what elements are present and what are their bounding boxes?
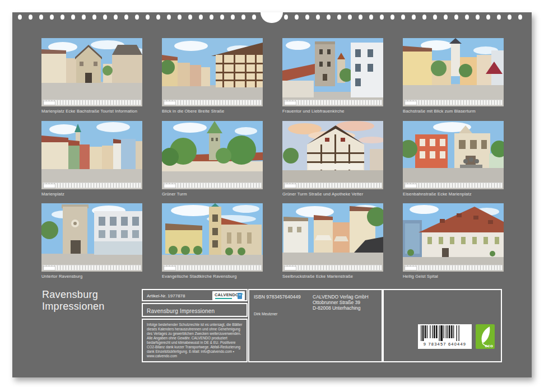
article-number: Artikel-Nr. 1977878 xyxy=(147,293,185,298)
photo-caption: Seelbruckstraße Ecke Marienstraße xyxy=(282,274,383,279)
photo-cell: Untertor Ravensburg xyxy=(41,203,142,279)
binding-hole xyxy=(359,15,362,20)
binding-hole xyxy=(71,15,75,20)
binding-hole xyxy=(369,15,373,20)
mini-calendar-strip xyxy=(283,100,382,105)
binding-hole xyxy=(178,15,182,20)
binding-hole xyxy=(210,15,213,20)
binding-hole xyxy=(508,15,512,20)
binding-hole xyxy=(401,15,405,20)
barcode-digits: 9 783457 640449 xyxy=(418,342,472,347)
binding-hole xyxy=(220,15,224,20)
binding-hole xyxy=(348,15,352,20)
photo-thumbnail xyxy=(403,38,504,106)
calendar-title: Ravensburg Impressionen xyxy=(42,289,105,312)
photo-cell: Grüner Turm Straße und Apotheke Vetter xyxy=(282,121,383,197)
photo-caption: Eisenbahnstraße Ecke Marienplatz xyxy=(403,192,504,197)
month-label-tag xyxy=(285,184,296,188)
binding-hole xyxy=(146,15,150,20)
photo-cell: Blick in die Obere Breite Straße xyxy=(162,38,263,114)
month-label-tag xyxy=(285,267,296,270)
photo-caption: Marienplatz Ecke Bachstraße Tourist Info… xyxy=(41,109,142,114)
calendar-back-page: Marienplatz Ecke Bachstraße Tourist Info… xyxy=(12,12,532,377)
mini-calendar-strip xyxy=(163,183,262,188)
product-title-box: Ravensburg Impressionen xyxy=(142,303,248,317)
binding-hole xyxy=(284,15,288,20)
photo-thumbnail xyxy=(403,121,504,189)
mini-calendar-strip xyxy=(283,265,382,270)
binding-hole xyxy=(497,15,501,20)
mini-calendar-strip xyxy=(404,265,503,270)
publisher-address: CALVENDO Verlag GmbH Ottobrunner Straße … xyxy=(313,294,369,311)
binding-hole xyxy=(327,15,331,20)
photo-caption: Evangelische Stadtkirche Ravensburg xyxy=(162,274,263,279)
photo-cell: Evangelische Stadtkirche Ravensburg xyxy=(162,203,263,279)
publisher-street: Ottobrunner Straße 39 xyxy=(313,300,369,305)
photo-thumbnail xyxy=(403,203,504,272)
isbn-text: ISBN 9783457640449 xyxy=(254,294,301,300)
publisher-name: CALVENDO Verlag GmbH xyxy=(313,294,369,300)
binding-hole xyxy=(337,15,341,20)
barcode-bars xyxy=(418,324,472,343)
calvendo-logo-tagline xyxy=(215,298,232,299)
author-name: Dirk Meutzner xyxy=(254,312,277,316)
photo-caption: Frauentor und Liebfrauenkirche xyxy=(282,109,383,114)
month-label-tag xyxy=(44,267,55,270)
binding-hole xyxy=(390,15,394,20)
binding-hole xyxy=(61,15,64,20)
binding-hole xyxy=(114,15,118,20)
photo-cell: Seelbruckstraße Ecke Marienstraße xyxy=(282,203,383,279)
binding-hole xyxy=(156,15,160,20)
binding-hole xyxy=(39,15,43,20)
binding-hole xyxy=(465,15,469,20)
photo-thumbnail xyxy=(41,203,142,272)
binding-hole xyxy=(199,15,203,20)
photo-caption: Blick in die Obere Breite Straße xyxy=(162,109,263,114)
month-label-tag xyxy=(285,101,296,105)
mini-calendar-strip xyxy=(163,265,262,270)
binding-hole xyxy=(92,15,96,20)
photo-cell: Marienplatz Ecke Bachstraße Tourist Info… xyxy=(41,38,142,114)
mini-calendar-strip xyxy=(404,100,503,105)
photo-thumbnail xyxy=(282,38,383,106)
binding-hole xyxy=(167,15,171,20)
photo-cell: Marienplatz xyxy=(41,121,142,197)
month-label-tag xyxy=(405,184,416,188)
eco-logo: eco xyxy=(476,324,495,349)
month-label-tag xyxy=(44,101,55,105)
photo-caption: Untertor Ravensburg xyxy=(41,274,142,279)
binding-hole xyxy=(18,15,22,20)
calvendo-logo-icon xyxy=(238,292,244,299)
mini-calendar-strip xyxy=(43,265,141,270)
photo-caption: Heilig Geist Spital xyxy=(403,274,504,279)
binding-hole xyxy=(135,15,139,20)
photo-cell: Eisenbahnstraße Ecke Marienplatz xyxy=(403,121,504,197)
photo-caption: Bachstraße mit Blick zum Blaserturm xyxy=(403,109,504,114)
legal-text: Infolge bestehender Schutzrechte ist es … xyxy=(143,320,247,361)
photo-thumbnail xyxy=(41,121,142,189)
calvendo-logo: CALVENDO xyxy=(212,291,245,300)
binding-hole xyxy=(295,15,299,20)
binding-hole xyxy=(29,15,32,20)
binding-hole xyxy=(82,15,86,20)
photo-thumbnail xyxy=(282,203,383,272)
mini-calendar-strip xyxy=(404,183,503,188)
binding-hole xyxy=(412,15,416,20)
binding-hole xyxy=(188,15,192,20)
binding-hole xyxy=(476,15,480,20)
binding-hole xyxy=(231,15,235,20)
photo-thumbnail xyxy=(282,121,383,189)
mini-calendar-strip xyxy=(43,100,141,105)
calendar-title-line2: Impressionen xyxy=(42,301,105,312)
legal-box: Infolge bestehender Schutzrechte ist es … xyxy=(142,319,248,362)
month-label-tag xyxy=(164,184,175,188)
month-label-tag xyxy=(164,101,175,105)
photo-caption: Grüner Turm Straße und Apotheke Vetter xyxy=(282,192,383,197)
mini-calendar-strip xyxy=(43,183,141,188)
calendar-title-line1: Ravensburg xyxy=(42,289,105,301)
hanger-notch xyxy=(261,12,283,23)
binding-hole xyxy=(50,15,54,20)
article-number-box: Artikel-Nr. 1977878 CALVENDO xyxy=(142,289,248,301)
calvendo-logo-text: CALVENDO xyxy=(215,292,239,297)
photo-thumbnail xyxy=(162,38,263,106)
